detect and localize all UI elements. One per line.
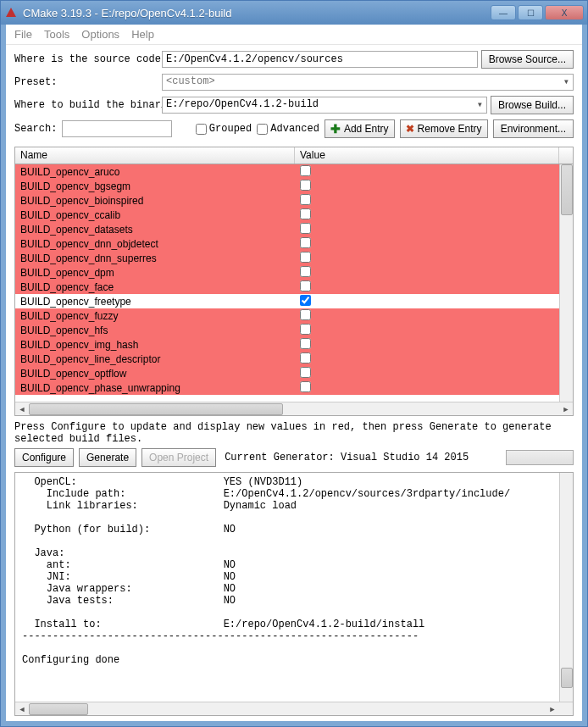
environment-button[interactable]: Environment... bbox=[493, 119, 574, 138]
browse-build-button[interactable]: Browse Build... bbox=[491, 96, 574, 114]
add-entry-label: Add Entry bbox=[344, 123, 389, 135]
vscroll-thumb[interactable] bbox=[561, 164, 573, 215]
value-checkbox[interactable] bbox=[300, 266, 311, 277]
cell-value bbox=[295, 367, 573, 380]
output-text[interactable]: OpenCL: YES (NVD3D11) Include path: E:/O… bbox=[15, 473, 573, 702]
hscroll-right-arrow-icon[interactable]: ► bbox=[559, 402, 573, 416]
output-panel: OpenCL: YES (NVD3D11) Include path: E:/O… bbox=[14, 472, 574, 716]
output-content: OpenCL: YES (NVD3D11) Include path: E:/O… bbox=[22, 476, 510, 666]
cell-name: BUILD_opencv_face bbox=[15, 281, 295, 293]
table-row[interactable]: BUILD_opencv_freetype bbox=[15, 294, 573, 308]
menu-file[interactable]: File bbox=[14, 28, 32, 41]
value-checkbox[interactable] bbox=[300, 381, 311, 392]
hint-text: Press Configure to update and display ne… bbox=[6, 416, 582, 447]
col-name-header[interactable]: Name bbox=[15, 147, 295, 164]
binaries-combo[interactable]: E:/repo/OpenCv4.1.2-build bbox=[162, 97, 487, 114]
cell-value bbox=[295, 252, 573, 265]
table-row[interactable]: BUILD_opencv_aruco bbox=[15, 164, 573, 179]
table-row[interactable]: BUILD_opencv_bgsegm bbox=[15, 179, 573, 193]
value-checkbox[interactable] bbox=[300, 338, 311, 349]
output-hscroll-right-icon[interactable]: ► bbox=[546, 702, 559, 716]
table-row[interactable]: BUILD_opencv_dpm bbox=[15, 265, 573, 280]
menu-options[interactable]: Options bbox=[81, 28, 119, 41]
value-checkbox[interactable] bbox=[300, 280, 311, 291]
cell-name: BUILD_opencv_freetype bbox=[15, 296, 295, 308]
cell-value bbox=[295, 237, 573, 251]
cell-value bbox=[295, 352, 573, 366]
table-row[interactable]: BUILD_opencv_hfs bbox=[15, 323, 573, 337]
window: CMake 3.19.3 - E:/repo/OpenCv4.1.2-build… bbox=[0, 0, 588, 727]
cell-value bbox=[295, 223, 573, 236]
source-input[interactable] bbox=[162, 51, 478, 68]
value-checkbox[interactable] bbox=[300, 237, 311, 248]
col-value-header[interactable]: Value bbox=[295, 147, 559, 164]
source-label: Where is the source code: bbox=[14, 53, 158, 65]
value-checkbox[interactable] bbox=[300, 295, 311, 306]
value-checkbox[interactable] bbox=[300, 208, 311, 219]
output-vscroll-thumb[interactable] bbox=[561, 668, 573, 688]
menu-help[interactable]: Help bbox=[131, 28, 154, 41]
cell-value bbox=[295, 266, 573, 280]
table-row[interactable]: BUILD_opencv_datasets bbox=[15, 222, 573, 236]
maximize-button[interactable]: ☐ bbox=[518, 5, 543, 20]
remove-entry-button[interactable]: ✖Remove Entry bbox=[400, 119, 488, 138]
value-checkbox[interactable] bbox=[300, 252, 311, 263]
table-row[interactable]: BUILD_opencv_dnn_objdetect bbox=[15, 236, 573, 251]
cell-name: BUILD_opencv_bioinspired bbox=[15, 195, 295, 207]
table-row[interactable]: BUILD_opencv_face bbox=[15, 280, 573, 294]
grouped-checkbox[interactable]: Grouped bbox=[196, 123, 252, 135]
value-checkbox[interactable] bbox=[300, 367, 311, 378]
browse-source-button[interactable]: Browse Source... bbox=[481, 50, 574, 69]
table-row[interactable]: BUILD_opencv_fuzzy bbox=[15, 308, 573, 323]
table-row[interactable]: BUILD_opencv_ccalib bbox=[15, 208, 573, 222]
cell-value bbox=[295, 180, 573, 193]
table-row[interactable]: BUILD_opencv_img_hash bbox=[15, 337, 573, 352]
value-checkbox[interactable] bbox=[300, 309, 311, 320]
table-vscroll[interactable] bbox=[559, 164, 573, 402]
close-button[interactable]: X bbox=[545, 5, 584, 20]
value-checkbox[interactable] bbox=[300, 352, 311, 364]
advanced-label: Advanced bbox=[270, 123, 319, 135]
cell-name: BUILD_opencv_dnn_superres bbox=[15, 253, 295, 264]
cell-name: BUILD_opencv_bgsegm bbox=[15, 180, 295, 192]
menu-tools[interactable]: Tools bbox=[44, 28, 69, 41]
output-hscroll-thumb[interactable] bbox=[29, 703, 88, 715]
table-row[interactable]: BUILD_opencv_bioinspired bbox=[15, 193, 573, 208]
add-entry-button[interactable]: ✚Add Entry bbox=[325, 119, 395, 138]
value-checkbox[interactable] bbox=[300, 194, 311, 205]
cell-value bbox=[295, 208, 573, 222]
configure-button[interactable]: Configure bbox=[14, 448, 74, 467]
output-hscroll-left-icon[interactable]: ◄ bbox=[15, 702, 29, 716]
preset-value: <custom> bbox=[166, 75, 215, 87]
advanced-checkbox[interactable]: Advanced bbox=[257, 123, 319, 135]
open-project-button[interactable]: Open Project bbox=[141, 448, 216, 467]
table-row[interactable]: BUILD_opencv_optflow bbox=[15, 366, 573, 380]
generate-button[interactable]: Generate bbox=[79, 448, 136, 467]
value-checkbox[interactable] bbox=[300, 223, 311, 234]
minimize-button[interactable]: — bbox=[491, 5, 516, 20]
binaries-value: E:/repo/OpenCv4.1.2-build bbox=[166, 98, 319, 110]
search-input[interactable] bbox=[62, 120, 172, 137]
cell-value bbox=[295, 280, 573, 294]
table-body: BUILD_opencv_arucoBUILD_opencv_bgsegmBUI… bbox=[15, 164, 573, 402]
table-row[interactable]: BUILD_opencv_line_descriptor bbox=[15, 352, 573, 366]
hscroll-left-arrow-icon[interactable]: ◄ bbox=[15, 402, 29, 416]
table-row[interactable]: BUILD_opencv_dnn_superres bbox=[15, 251, 573, 265]
value-checkbox[interactable] bbox=[300, 180, 311, 191]
progress-bar bbox=[506, 450, 574, 465]
remove-entry-label: Remove Entry bbox=[418, 123, 482, 135]
grouped-label: Grouped bbox=[209, 123, 252, 135]
menubar: File Tools Options Help bbox=[6, 25, 582, 45]
output-vscroll[interactable] bbox=[559, 473, 573, 702]
output-hscroll[interactable]: ◄ ► bbox=[15, 702, 573, 715]
cell-name: BUILD_opencv_fuzzy bbox=[15, 310, 295, 322]
table-hscroll[interactable]: ◄ ► bbox=[15, 402, 573, 415]
hscroll-thumb[interactable] bbox=[29, 403, 283, 415]
titlebar[interactable]: CMake 3.19.3 - E:/repo/OpenCv4.1.2-build… bbox=[1, 1, 587, 25]
value-checkbox[interactable] bbox=[300, 165, 311, 176]
preset-combo[interactable]: <custom> bbox=[162, 74, 574, 91]
cell-name: BUILD_opencv_datasets bbox=[15, 224, 295, 236]
table-row[interactable]: BUILD_opencv_phase_unwrapping bbox=[15, 380, 573, 395]
cell-value bbox=[295, 295, 573, 308]
value-checkbox[interactable] bbox=[300, 324, 311, 335]
